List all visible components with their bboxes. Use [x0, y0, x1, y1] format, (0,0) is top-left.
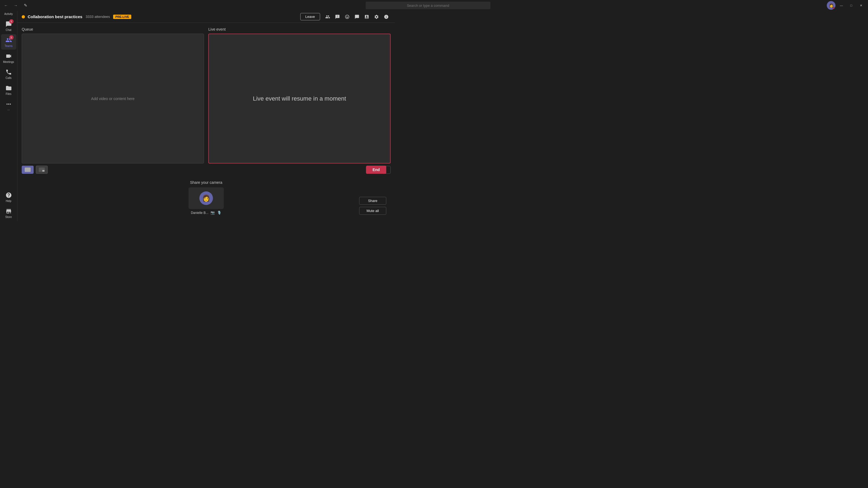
nav-forward-button[interactable]: → [12, 2, 20, 9]
layout-simple-button[interactable] [22, 166, 34, 174]
nav-back-button[interactable]: ← [2, 2, 10, 9]
help-icon [5, 191, 12, 199]
layout-pip-icon [39, 167, 45, 172]
camera-preview: 👩 [188, 187, 224, 209]
layout-pip-button[interactable] [36, 166, 48, 174]
sidebar-item-meetings[interactable]: Meetings [1, 50, 16, 66]
settings-icon-button[interactable] [372, 12, 381, 21]
live-event-label: Live event [208, 27, 391, 31]
mute-all-button[interactable]: Mute all [359, 207, 386, 215]
search-bar [56, 2, 395, 9]
chat-badge: 1 [9, 19, 13, 24]
activity-label: Activity [4, 12, 13, 15]
header-icons [323, 12, 391, 21]
leave-button[interactable]: Leave [300, 13, 320, 20]
sidebar-item-more[interactable]: ··· [1, 98, 16, 113]
meetings-label: Meetings [3, 61, 14, 63]
search-input[interactable] [366, 2, 395, 9]
share-button[interactable]: Share [359, 197, 386, 205]
files-icon [5, 84, 12, 92]
attendees-count: 3333 attendees [86, 14, 110, 19]
calls-icon [5, 68, 12, 76]
more-label: ··· [7, 108, 9, 111]
sidebar-item-files[interactable]: Files [1, 82, 16, 98]
teams-badge: 1 [9, 35, 13, 40]
store-icon [5, 207, 12, 215]
end-button[interactable]: End [366, 166, 386, 174]
queue-panel: Queue Add video or content here [22, 27, 204, 163]
qa-icon-button[interactable] [333, 12, 342, 21]
queue-label: Queue [22, 27, 204, 31]
main-content: Collaboration best practices 3333 attend… [18, 11, 395, 221]
bottom-toolbar: Send live End [22, 163, 391, 176]
meeting-title: Collaboration best practices [28, 14, 83, 19]
info-icon-button[interactable] [382, 12, 391, 21]
chat-icon-button[interactable] [352, 12, 361, 21]
camera-video-off-icon: 📷 [211, 210, 215, 215]
camera-section-title: Share your camera [190, 180, 222, 185]
sidebar: 2 Activity 1 Chat 1 Teams Meetings [0, 0, 18, 221]
queue-area: Add video or content here [22, 34, 204, 163]
sidebar-item-store[interactable]: Store [1, 205, 16, 221]
meetings-icon [5, 52, 12, 60]
chat-icon: 1 [5, 20, 12, 28]
sidebar-item-teams[interactable]: 1 Teams [1, 34, 16, 50]
store-label: Store [5, 216, 12, 219]
titlebar: ← → ✎ 👩 — □ ✕ [0, 0, 395, 11]
camera-section: Share your camera 👩 Danielle B... 📷 🎙️ S… [22, 176, 391, 217]
layout-simple-icon [25, 167, 31, 172]
queue-placeholder: Add video or content here [91, 97, 134, 101]
help-label: Help [6, 199, 11, 202]
camera-user-name: Danielle B... 📷 🎙️ [191, 210, 222, 215]
chat-label: Chat [6, 29, 11, 31]
content-area: Queue Add video or content here Live eve… [18, 23, 395, 221]
reactions-icon-button[interactable] [343, 12, 351, 21]
live-event-panel: Live event Live event will resume in a m… [208, 27, 391, 163]
camera-mic-icon: 🎙️ [217, 210, 221, 215]
meeting-header: Collaboration best practices 3333 attend… [18, 11, 395, 23]
sidebar-item-chat[interactable]: 1 Chat [1, 18, 16, 34]
panels-row: Queue Add video or content here Live eve… [22, 27, 391, 163]
more-icon [5, 100, 12, 108]
camera-avatar: 👩 [199, 191, 213, 205]
camera-controls: Share Mute all [359, 197, 386, 215]
pre-live-badge: PRE-LIVE [113, 14, 131, 19]
calls-label: Calls [5, 76, 11, 79]
live-event-message: Live event will resume in a moment [253, 95, 346, 102]
add-person-icon-button[interactable] [362, 12, 371, 21]
sidebar-item-help[interactable]: Help [1, 189, 16, 205]
participants-icon-button[interactable] [323, 12, 332, 21]
sidebar-item-calls[interactable]: Calls [1, 66, 16, 82]
compose-button[interactable]: ✎ [22, 2, 29, 9]
teams-icon: 1 [5, 36, 12, 44]
titlebar-nav: ← → ✎ [2, 2, 29, 9]
teams-label: Teams [5, 44, 12, 47]
files-label: Files [6, 93, 11, 95]
live-event-area: Live event will resume in a moment [208, 34, 391, 163]
meeting-status-dot [22, 15, 25, 19]
